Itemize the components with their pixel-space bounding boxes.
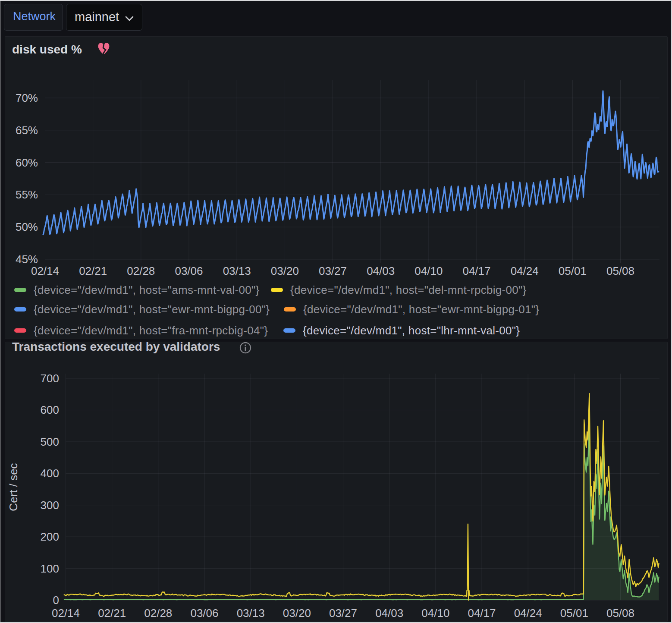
svg-text:02/28: 02/28 — [144, 607, 172, 620]
svg-text:03/06: 03/06 — [175, 264, 203, 277]
svg-text:02/28: 02/28 — [127, 264, 155, 277]
svg-text:03/27: 03/27 — [329, 607, 357, 620]
svg-text:600: 600 — [41, 403, 59, 416]
svg-text:400: 400 — [41, 467, 59, 480]
svg-text:60%: 60% — [16, 156, 38, 169]
svg-text:04/17: 04/17 — [468, 607, 496, 620]
svg-text:Cert / sec: Cert / sec — [7, 463, 20, 511]
svg-text:700: 700 — [41, 372, 59, 385]
svg-text:04/03: 04/03 — [375, 607, 403, 620]
svg-text:02/21: 02/21 — [79, 264, 107, 277]
svg-text:65%: 65% — [16, 124, 38, 137]
svg-text:04/03: 04/03 — [367, 264, 395, 277]
svg-text:04/24: 04/24 — [514, 607, 542, 620]
svg-text:03/13: 03/13 — [237, 607, 265, 620]
svg-text:50%: 50% — [16, 220, 38, 233]
svg-text:0: 0 — [53, 594, 59, 607]
svg-text:03/06: 03/06 — [190, 607, 218, 620]
svg-text:200: 200 — [41, 530, 59, 543]
svg-text:02/14: 02/14 — [31, 264, 59, 277]
svg-text:500: 500 — [41, 435, 59, 448]
svg-text:03/20: 03/20 — [283, 607, 311, 620]
svg-text:45%: 45% — [16, 253, 38, 266]
svg-text:300: 300 — [41, 499, 59, 512]
svg-text:04/10: 04/10 — [415, 264, 443, 277]
svg-text:05/08: 05/08 — [606, 264, 634, 277]
svg-text:100: 100 — [41, 562, 59, 575]
svg-text:05/01: 05/01 — [560, 607, 588, 620]
svg-text:05/01: 05/01 — [559, 264, 587, 277]
svg-text:03/27: 03/27 — [319, 264, 347, 277]
svg-text:04/24: 04/24 — [511, 264, 539, 277]
svg-text:04/10: 04/10 — [421, 607, 449, 620]
svg-text:05/08: 05/08 — [606, 607, 634, 620]
svg-text:04/17: 04/17 — [462, 264, 490, 277]
svg-text:03/13: 03/13 — [223, 264, 251, 277]
svg-text:03/20: 03/20 — [271, 264, 299, 277]
svg-text:70%: 70% — [16, 91, 38, 104]
svg-text:02/14: 02/14 — [52, 607, 80, 620]
svg-text:02/21: 02/21 — [98, 607, 126, 620]
svg-text:55%: 55% — [16, 188, 38, 201]
